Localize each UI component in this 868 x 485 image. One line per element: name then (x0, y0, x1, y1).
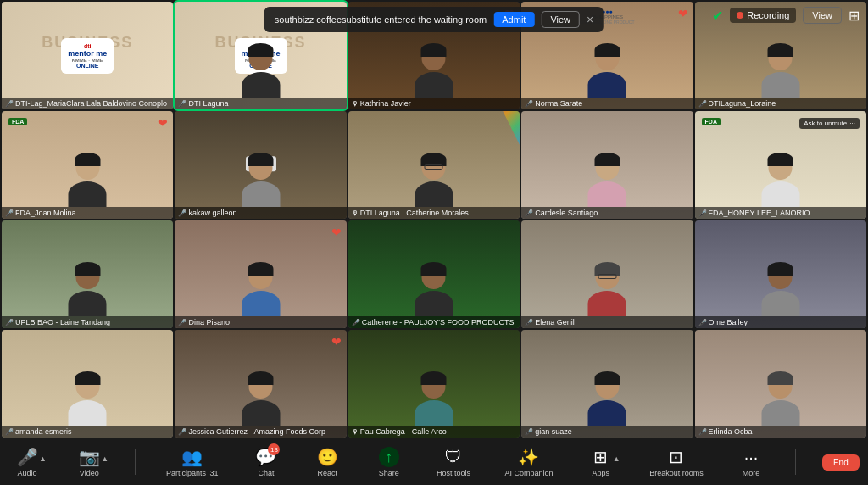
participant-name-18: 🎙Pau Cabrega - Calle Arco (348, 426, 520, 438)
video-grid: BUSINESS dti mentor me KMME · MME ONLINE… (0, 0, 868, 439)
bottom-toolbar: 🎤 Audio ▲ 📷 Video ▲ 👥 Participants 31 💬 … (0, 439, 868, 485)
participant-name-13: 🎤Catherene - PAULJOY'S FOOD PRODUCTS (348, 316, 520, 328)
more-button[interactable]: ··· More (732, 448, 770, 477)
fda-watermark-10: FDA (702, 118, 721, 125)
view-waiting-button[interactable]: View (541, 11, 580, 28)
ai-icon: ✨ (518, 448, 539, 466)
apps-label: Apps (593, 469, 610, 477)
close-notification-button[interactable]: × (587, 13, 593, 26)
apps-caret[interactable]: ▲ (613, 454, 620, 463)
ai-companion-button[interactable]: ✨ AI Companion (499, 447, 558, 477)
chat-badge: 13 (268, 443, 280, 455)
participant-name-16: 🎤amanda esmeris (2, 426, 173, 438)
video-camera-icon: 📷 (79, 448, 100, 466)
participant-tile-11: 🎤UPLB BAO - Laine Tandang (2, 220, 173, 328)
view-button[interactable]: View (803, 7, 842, 24)
react-button[interactable]: 🙂 React (309, 447, 346, 477)
recording-dot (737, 12, 743, 19)
participant-tile-7: level 🎤kakaw galleon (175, 111, 346, 219)
fda-watermark-6: FDA (8, 118, 27, 125)
toolbar-separator-2 (795, 449, 796, 475)
participant-tile-9: 🎤Cardesle Santiago (521, 111, 693, 219)
share-button[interactable]: ↑ Share (370, 447, 408, 477)
grid-view-icon[interactable]: ⊞ (849, 8, 860, 24)
heart-reaction-6: ❤ (158, 116, 168, 130)
mentor-logo-overlay-1: dti mentor me KMME · MME ONLINE (2, 2, 173, 109)
heart-reaction-4: ❤ (678, 7, 688, 20)
microphone-icon: 🎤 (17, 448, 38, 466)
participant-name-19: 🎤gian suaze (521, 426, 693, 438)
participant-name-5: 🎤DTILaguna_Loraine (695, 98, 866, 109)
participant-tile-10: FDA Ask to unmute ··· 🎤FDA_HONEY LEE_LAN… (695, 111, 866, 219)
participant-name-10: 🎤FDA_HONEY LEE_LANORIO (695, 207, 866, 219)
participant-name-20: 🎤Erlinda Ocba (695, 426, 866, 438)
participant-name-1: 🎤DTI-Lag_MariaClara Lala Baldovino Conop… (2, 98, 173, 109)
breakout-icon: ⊡ (669, 448, 683, 466)
participant-tile-15: 🎤Ome Bailey (695, 220, 866, 328)
share-label: Share (379, 469, 399, 477)
notification-bar: southbizz coffeesubstitute entered the w… (264, 7, 604, 32)
host-tools-button[interactable]: 🛡 Host tools (431, 448, 476, 477)
more-icon: ··· (744, 448, 759, 466)
participant-name-6: 🎤FDA_Joan Molina (2, 207, 173, 219)
heart-reaction-17: ❤ (331, 335, 342, 348)
recording-label: Recording (747, 10, 789, 20)
apps-icon: ⊞ (593, 448, 608, 466)
share-icon: ↑ (379, 447, 399, 467)
participant-name-3: 🎙Kathrina Javier (348, 98, 520, 109)
recording-badge: Recording (730, 8, 796, 23)
participant-name-14: 🎤Elena Genil (521, 316, 693, 328)
participant-tile-14: 🎤Elena Genil (521, 220, 693, 328)
participants-count: 31 (210, 469, 219, 477)
participants-button[interactable]: 👥 Participants 31 (161, 447, 224, 477)
participant-name-7: 🎤kakaw galleon (175, 207, 346, 219)
heart-reaction-12: ❤ (331, 226, 342, 239)
participants-label: Participants (166, 469, 206, 477)
participant-tile-13: 🎤Catherene - PAULJOY'S FOOD PRODUCTS (348, 220, 520, 328)
chat-label: Chat (258, 469, 274, 477)
audio-caret[interactable]: ▲ (39, 454, 47, 463)
participant-name-8: 🎙DTI Laguna | Catherine Morales (348, 207, 520, 219)
ai-label: AI Companion (504, 469, 553, 477)
participant-tile-18: 🎙Pau Cabrega - Calle Arco (348, 330, 520, 438)
connection-status-icon: ✔ (712, 8, 723, 24)
breakout-rooms-button[interactable]: ⊡ Breakout rooms (644, 447, 709, 477)
notification-message: southbizz coffeesubstitute entered the w… (275, 14, 487, 25)
video-label: Video (80, 469, 99, 477)
admit-button[interactable]: Admit (493, 12, 534, 27)
end-label: End (833, 458, 849, 467)
participant-tile-6: FDA ❤ 🎤FDA_Joan Molina (2, 111, 173, 219)
more-label: More (743, 469, 760, 477)
participant-name-15: 🎤Ome Bailey (695, 316, 866, 328)
participants-icon: 👥 (181, 448, 203, 466)
participant-tile-8: 🎙DTI Laguna | Catherine Morales (348, 111, 520, 219)
audio-label: Audio (17, 469, 36, 477)
participant-tile-17: ❤ 🎤Jessica Gutierrez - Amazing Foods Cor… (175, 330, 346, 438)
participant-name-11: 🎤UPLB BAO - Laine Tandang (2, 316, 173, 328)
host-tools-label: Host tools (437, 469, 470, 477)
participant-name-12: 🎤Dina Pisano (175, 316, 346, 328)
chat-button[interactable]: 💬 13 Chat (248, 447, 285, 477)
end-button[interactable]: End (822, 454, 860, 471)
top-right-controls: ✔ Recording View ⊞ (712, 7, 860, 24)
participant-tile-12: ❤ 🎤Dina Pisano (175, 220, 346, 328)
participant-name-2: 🎤DTI Laguna (175, 98, 346, 109)
participant-name-17: 🎤Jessica Gutierrez - Amazing Foods Corp (175, 426, 346, 438)
participant-name-9: 🎤Cardesle Santiago (521, 207, 693, 219)
ask-unmute-badge[interactable]: Ask to unmute ··· (799, 118, 860, 129)
participant-tile-19: 🎤gian suaze (521, 330, 693, 438)
breakout-label: Breakout rooms (649, 469, 704, 477)
react-label: React (318, 469, 338, 477)
participant-tile-20: 🎤Erlinda Ocba (695, 330, 866, 438)
react-icon: 🙂 (317, 448, 338, 466)
toolbar-separator-1 (135, 449, 136, 475)
video-caret[interactable]: ▲ (101, 454, 108, 463)
participant-name-4: 🎤Norma Sarate (521, 98, 693, 109)
participant-tile-1: BUSINESS dti mentor me KMME · MME ONLINE… (2, 2, 173, 109)
participant-tile-16: 🎤amanda esmeris (2, 330, 173, 438)
host-tools-icon: 🛡 (445, 448, 462, 466)
